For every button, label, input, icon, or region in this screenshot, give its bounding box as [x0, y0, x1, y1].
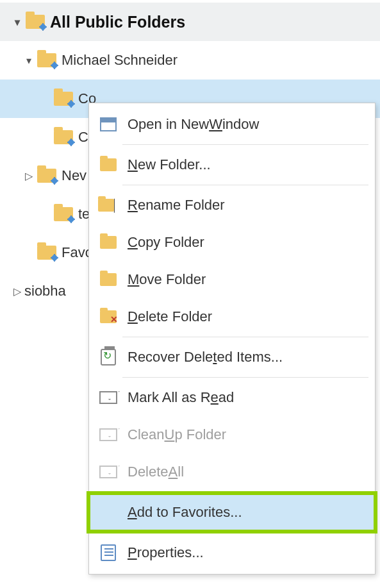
- menu-new-folder[interactable]: New Folder...: [89, 146, 375, 183]
- chevron-down-icon: ▾: [23, 55, 35, 67]
- menu-separator: [122, 185, 368, 185]
- menu-label: Properties...: [128, 544, 204, 561]
- delete-folder-icon: ✕: [98, 307, 119, 327]
- menu-separator: [122, 144, 368, 145]
- recycle-icon: [98, 347, 119, 367]
- menu-clean-up: Clean Up Folder: [89, 416, 375, 453]
- menu-properties[interactable]: Properties...: [89, 534, 375, 571]
- menu-copy-folder[interactable]: Copy Folder: [89, 224, 375, 261]
- menu-label: New Folder...: [128, 156, 211, 173]
- menu-move-folder[interactable]: Move Folder: [89, 261, 375, 298]
- envelope-icon: [98, 424, 119, 445]
- envelope-icon: [98, 387, 119, 408]
- folder-icon: [36, 244, 58, 262]
- menu-delete-all: Delete All: [89, 453, 375, 491]
- menu-open-new-window[interactable]: Open in New Window: [89, 106, 375, 143]
- menu-label: Move Folder: [128, 271, 206, 288]
- menu-label: Delete Folder: [128, 308, 212, 325]
- folder-icon: [98, 269, 119, 290]
- menu-separator: [122, 337, 368, 337]
- window-icon: [98, 114, 119, 135]
- menu-label: Rename Folder: [128, 197, 225, 214]
- envelope-icon: [98, 462, 119, 482]
- menu-mark-read[interactable]: Mark All as Read: [89, 379, 375, 416]
- context-menu: Open in New WindowNew Folder...│Rename F…: [88, 103, 376, 575]
- chevron-down-icon: ▾: [12, 16, 23, 28]
- menu-label: Delete All: [128, 464, 184, 480]
- menu-label: Mark All as Read: [128, 389, 234, 406]
- tree-item[interactable]: ▾Michael Schneider: [0, 41, 380, 80]
- menu-recover-deleted[interactable]: Recover Deleted Items...: [89, 339, 375, 376]
- properties-icon: [98, 542, 119, 563]
- folder-icon: [53, 128, 74, 146]
- tree-item-label: Nev: [62, 167, 87, 184]
- folder-icon: [36, 167, 58, 185]
- tree-item-label: Michael Schneider: [62, 52, 178, 69]
- tree-root[interactable]: ▾ All Public Folders: [0, 3, 380, 41]
- rename-icon: │: [98, 195, 119, 215]
- menu-label: Add to Favorites...: [128, 504, 242, 521]
- folder-icon: [53, 90, 74, 108]
- folder-icon: [98, 232, 119, 253]
- tree-root-label: All Public Folders: [50, 13, 185, 31]
- menu-rename-folder[interactable]: │Rename Folder: [89, 187, 375, 224]
- menu-label: Copy Folder: [128, 234, 204, 251]
- folder-icon: [98, 155, 119, 175]
- folder-icon: [24, 13, 46, 31]
- blank-icon: [98, 502, 119, 523]
- menu-separator: [122, 377, 368, 378]
- tree-item-label: siobha: [24, 283, 66, 299]
- menu-delete-folder[interactable]: ✕Delete Folder: [89, 298, 375, 335]
- menu-label: Recover Deleted Items...: [128, 349, 283, 365]
- menu-label: Open in New Window: [128, 116, 259, 133]
- menu-separator: [122, 492, 368, 492]
- chevron-right-icon: ▷: [23, 170, 35, 182]
- menu-add-favorites[interactable]: Add to Favorites...: [89, 494, 375, 531]
- folder-icon: [36, 51, 58, 69]
- folder-icon: [53, 205, 74, 223]
- chevron-right-icon: ▷: [12, 285, 23, 298]
- menu-separator: [122, 532, 368, 533]
- menu-label: Clean Up Folder: [128, 426, 226, 443]
